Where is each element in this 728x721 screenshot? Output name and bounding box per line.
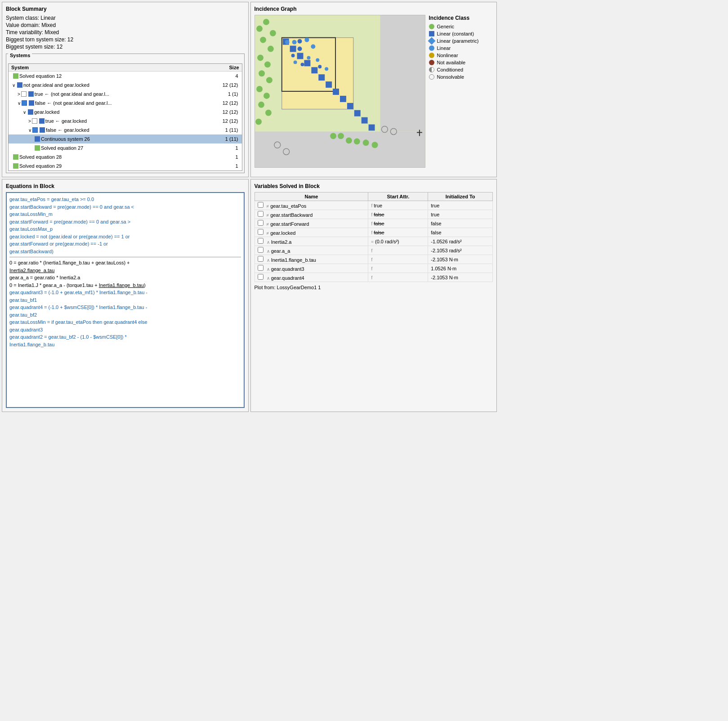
row-checkbox-checked[interactable] bbox=[22, 100, 27, 106]
blue-indicator bbox=[39, 118, 45, 124]
var-checkbox[interactable] bbox=[258, 265, 264, 271]
green-indicator bbox=[13, 163, 18, 169]
legend-item-nonlinear: Nonlinear bbox=[429, 53, 479, 58]
var-initialized-to: -2.1053 N·m bbox=[428, 255, 493, 264]
tree-row[interactable]: Solved equation 12 4 bbox=[9, 72, 242, 81]
tree-row-size: 1 (11) bbox=[213, 127, 240, 133]
graph-area bbox=[255, 15, 425, 168]
svg-point-50 bbox=[371, 142, 378, 148]
svg-rect-14 bbox=[347, 103, 353, 109]
variables-table: Name Start Attr. Initialized To ≠ gear.t… bbox=[255, 192, 493, 282]
equations-box[interactable]: gear.tau_etaPos = gear.tau_eta >= 0.0 ge… bbox=[6, 192, 245, 408]
svg-point-35 bbox=[267, 46, 273, 52]
tree-row[interactable]: ∨ false ← gear.locked 1 (11) bbox=[9, 125, 242, 134]
var-checkbox[interactable] bbox=[258, 256, 264, 262]
svg-point-30 bbox=[325, 67, 328, 71]
tree-header-size: Size bbox=[229, 65, 239, 70]
variable-row: ≠ gear.startBackward f false true bbox=[255, 210, 493, 219]
collapse-arrow[interactable]: ∨ bbox=[28, 128, 31, 133]
var-name: gear.quadrant4 bbox=[271, 275, 304, 281]
biggest-system-size: Biggest system size: 12 bbox=[6, 44, 245, 50]
row-checkbox-checked[interactable] bbox=[32, 127, 38, 133]
linear-icon bbox=[429, 45, 434, 51]
collapse-arrow[interactable]: ∨ bbox=[18, 101, 21, 106]
tree-row[interactable]: ∨ not gear.ideal and gear.locked 12 (12) bbox=[9, 81, 242, 90]
legend-item-linear-parametric: Linear (parametric) bbox=[429, 38, 479, 44]
blue-indicator bbox=[17, 82, 22, 88]
svg-point-32 bbox=[263, 19, 269, 25]
equation-line: gear.startBackward = pre(gear.mode) == 0… bbox=[9, 203, 241, 211]
tree-row[interactable]: > true ← (not gear.ideal and gear.l... 1… bbox=[9, 90, 242, 99]
equations-title: Equations in Block bbox=[6, 183, 245, 189]
equation-line: 0 = Inertia1.J * gear.a_a - (torque1.tau… bbox=[9, 282, 241, 289]
var-checkbox[interactable] bbox=[258, 274, 264, 280]
var-start-attr: false bbox=[374, 230, 384, 235]
var-checkbox[interactable] bbox=[258, 202, 264, 208]
tree-row-selected[interactable]: Continuous system 26 1 (11) bbox=[9, 134, 242, 143]
row-checkbox[interactable] bbox=[21, 91, 27, 97]
equation-line: gear.tauLossMin_m bbox=[9, 210, 241, 218]
expand-arrow[interactable]: > bbox=[28, 119, 31, 124]
tree-row-size: 1 bbox=[213, 163, 240, 169]
var-type-icon: ≠ bbox=[267, 231, 269, 236]
svg-point-23 bbox=[297, 47, 302, 51]
row-checkbox[interactable] bbox=[32, 118, 37, 124]
expand-arrow[interactable]: > bbox=[18, 92, 20, 97]
green-indicator bbox=[13, 154, 18, 160]
var-type-icon: ≠ bbox=[267, 213, 269, 218]
svg-rect-12 bbox=[333, 89, 339, 95]
col-header-initialized: Initialized To bbox=[428, 193, 493, 201]
tree-row-size: 1 bbox=[213, 145, 240, 151]
svg-point-41 bbox=[264, 93, 270, 99]
systems-tree[interactable]: System Size Solved equation 12 4 ∨ not g… bbox=[8, 63, 242, 171]
tree-row-label: gear.locked bbox=[34, 109, 59, 115]
equation-line: gear.tau_etaPos = gear.tau_eta >= 0.0 bbox=[9, 196, 241, 203]
legend-title: Incidence Class bbox=[429, 15, 479, 21]
system-class: System class: Linear bbox=[6, 15, 245, 21]
var-type-icon: ∧ bbox=[267, 267, 270, 272]
var-checkbox[interactable] bbox=[258, 238, 264, 244]
tree-row[interactable]: Solved equation 27 1 bbox=[9, 143, 242, 152]
tree-row[interactable]: > true ← gear.locked 12 (12) bbox=[9, 116, 242, 125]
variable-row: ∧ Inertia2.a ≈ (0.0 rad/s²) -1.0526 rad/… bbox=[255, 237, 493, 246]
incidence-graph-title: Incidence Graph bbox=[255, 6, 493, 12]
legend-label: Not available bbox=[437, 60, 466, 65]
not-available-icon bbox=[429, 60, 434, 65]
var-checkbox[interactable] bbox=[258, 247, 264, 253]
equation-line: gear.quadrant3 = (-1.0 + gear.eta_mf1) *… bbox=[9, 289, 241, 296]
equation-line: 0 = gear.ratio * (Inertia1.flange_b.tau … bbox=[9, 259, 241, 267]
svg-rect-9 bbox=[311, 67, 317, 73]
equation-line: gear.tau_bf1 bbox=[9, 296, 241, 304]
svg-rect-2 bbox=[380, 15, 424, 131]
var-initialized-to: -2.1053 N·m bbox=[428, 273, 493, 282]
var-initialized-to: false bbox=[428, 219, 493, 228]
tree-row-label: false ← (not gear.ideal and gear.l... bbox=[35, 100, 112, 106]
tree-row-label: not gear.ideal and gear.locked bbox=[23, 82, 89, 88]
var-name: gear.startForward bbox=[270, 221, 309, 227]
svg-rect-6 bbox=[290, 46, 296, 52]
var-checkbox[interactable] bbox=[258, 220, 264, 226]
var-type-icon: ∧ bbox=[267, 258, 270, 263]
tree-row-label: true ← (not gear.ideal and gear.l... bbox=[35, 91, 109, 97]
var-checkbox[interactable] bbox=[258, 211, 264, 217]
tree-row[interactable]: Solved equation 28 1 bbox=[9, 152, 242, 161]
tree-row[interactable]: ∨ false ← (not gear.ideal and gear.l... … bbox=[9, 99, 242, 107]
legend-item-nonsolvable: Nonsolvable bbox=[429, 74, 479, 80]
incidence-graph-panel: Incidence Graph bbox=[250, 2, 497, 177]
collapse-arrow[interactable]: ∨ bbox=[12, 83, 15, 88]
svg-rect-7 bbox=[297, 53, 303, 59]
blue-indicator bbox=[28, 91, 34, 97]
svg-point-19 bbox=[292, 40, 296, 45]
equation-line: gear.tauLossMin = if gear.tau_etaPos the… bbox=[9, 318, 241, 326]
blue-indicator bbox=[29, 100, 34, 106]
tree-row[interactable]: Solved equation 29 1 bbox=[9, 161, 242, 170]
legend-label: Conditioned bbox=[437, 67, 464, 72]
svg-point-33 bbox=[269, 30, 276, 36]
var-checkbox[interactable] bbox=[258, 229, 264, 235]
approx-icon: ≈ bbox=[371, 239, 374, 244]
var-type-icon: ∧ bbox=[267, 276, 270, 281]
svg-point-31 bbox=[256, 26, 263, 32]
var-type-icon: ∧ bbox=[267, 249, 270, 254]
tree-row[interactable]: ∨ gear.locked 12 (12) bbox=[9, 107, 242, 116]
collapse-arrow[interactable]: ∨ bbox=[23, 110, 26, 115]
